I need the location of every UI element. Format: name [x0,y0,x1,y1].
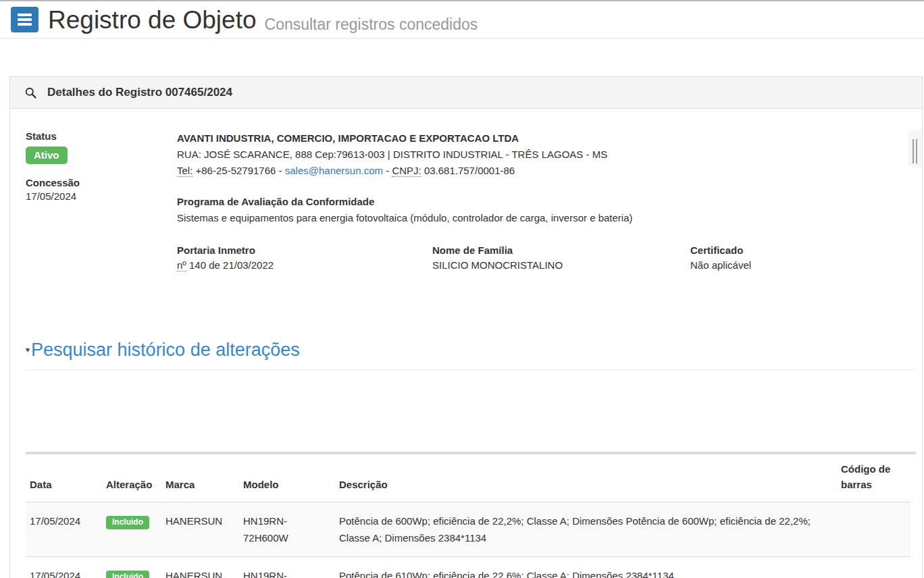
history-toggle[interactable]: ▾ Pesquisar histórico de alterações [26,340,300,361]
company-address: RUA: JOSÉ SCARANCE, 888 Cep:79613-003 | … [177,147,886,163]
inner-scrollbar[interactable] [908,130,921,166]
company-name: AVANTI INDUSTRIA, COMERCIO, IMPORTACAO E… [177,130,886,147]
page-subtitle: Consultar registros concedidos [265,5,478,39]
portaria-label: Portaria Inmetro [177,244,255,256]
col-header-alteracao: Alteração [102,454,161,502]
table-row: 17/05/2024 Incluido HANERSUN HN19RN-72H6… [26,557,910,578]
cell-codigo-barras [837,502,910,557]
caret-down-icon: ▾ [26,341,30,359]
table-header-row: Data Alteração Marca Modelo Descrição Có… [26,454,910,502]
alteracao-badge: Incluido [106,571,149,578]
cell-modelo: HN19RN-72H610W [239,557,335,578]
cnpj-value: 03.681.757/0001-86 [424,165,515,176]
portaria-block: Portaria Inmetro nº 140 de 21/03/2022 [177,244,274,271]
family-value: SILICIO MONOCRISTALINO [432,259,563,271]
portaria-value: nº 140 de 21/03/2022 [177,259,274,271]
status-column: Status Ativo Concessão 17/05/2024 [26,130,80,202]
table-row: 17/05/2024 Incluido HANERSUN HN19RN-72H6… [26,502,910,557]
alteracao-badge: Incluido [106,516,149,529]
separator: - [279,165,282,176]
search-icon [25,87,36,99]
cell-alteracao: Incluido [102,557,161,578]
app-header: Registro de Objeto Consultar registros c… [0,1,924,38]
cell-marca: HANERSUN [161,502,239,557]
cell-data: 17/05/2024 [26,557,102,578]
family-block: Nome de Família SILICIO MONOCRISTALINO [432,244,563,271]
tel-abbr: Tel: [177,165,192,177]
status-badge: Ativo [26,147,68,164]
program-value: Sistemas e equipamentos para energia fot… [177,210,633,226]
cell-modelo: HN19RN-72H600W [239,502,335,557]
program-label: Programa de Avaliação da Conformidade [177,196,633,207]
separator: - [386,165,389,176]
certificate-block: Certificado Não aplicável [690,244,751,271]
concession-date: 17/05/2024 [26,190,80,202]
email-link[interactable]: sales@hanersun.com [285,165,383,176]
certificate-value: Não aplicável [690,259,751,271]
numero-abbr: nº [177,259,186,271]
cell-data: 17/05/2024 [26,502,102,557]
col-header-data: Data [26,454,102,502]
concession-label: Concessão [26,177,80,188]
status-label: Status [26,130,80,142]
certificate-label: Certificado [690,244,743,256]
history-table: Data Alteração Marca Modelo Descrição Có… [26,454,910,578]
col-header-marca: Marca [161,454,239,502]
family-label: Nome de Família [432,244,513,256]
cnpj-abbr: CNPJ: [392,165,421,177]
cell-descricao: Potência de 600Wp; eficiência de 22,2%; … [335,502,837,557]
history-toggle-label: Pesquisar histórico de alterações [31,340,300,361]
col-header-modelo: Modelo [239,454,335,502]
cell-marca: HANERSUN [161,557,239,578]
cell-alteracao: Incluido [102,502,161,557]
col-header-descricao: Descrição [335,454,837,502]
tel-value: +86-25-52791766 [196,165,276,176]
cell-codigo-barras [837,557,910,578]
col-header-codigo-barras: Código de barras [837,454,910,502]
panel-header: Detalhes do Registro 007465/2024 [10,77,922,109]
menu-button[interactable] [11,7,38,32]
panel-body: Status Ativo Concessão 17/05/2024 AVANTI… [10,109,922,578]
page-title: Registro de Objeto [48,5,257,35]
registro-details-panel: Detalhes do Registro 007465/2024 Status … [9,76,923,578]
company-contact-line: Tel: +86-25-52791766 - sales@hanersun.co… [177,163,886,179]
scrollbar-thumb[interactable] [913,139,917,163]
cell-descricao: Potência de 610Wp; eficiência de 22,6%; … [335,557,837,578]
program-block: Programa de Avaliação da Conformidade Si… [177,196,633,226]
section-divider [26,369,917,370]
company-info: AVANTI INDUSTRIA, COMERCIO, IMPORTACAO E… [177,130,886,179]
panel-title: Detalhes do Registro 007465/2024 [47,86,232,99]
